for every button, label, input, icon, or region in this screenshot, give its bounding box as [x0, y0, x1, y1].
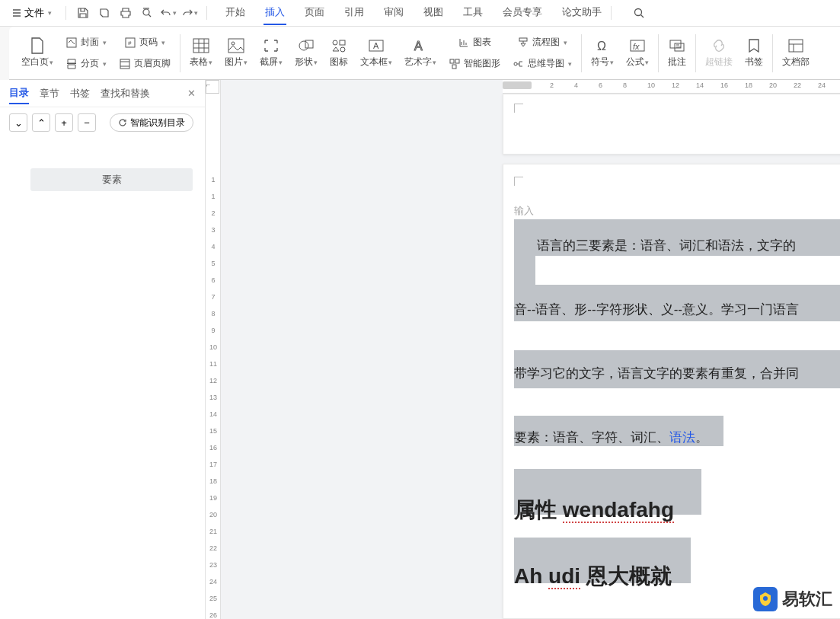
mindmap-button[interactable]: 思维导图▾ [506, 53, 578, 75]
chevron-down-icon: ▾ [194, 9, 198, 17]
heading: Ah udi 恩大概就 [514, 562, 672, 591]
remove-button[interactable]: − [78, 113, 96, 132]
svg-rect-2 [67, 38, 76, 47]
shape-button[interactable]: 形状▾ [289, 36, 324, 70]
collapse-button[interactable]: ⌄ [9, 113, 27, 132]
tab-reference[interactable]: 引用 [343, 1, 366, 25]
toc-item[interactable]: 要素 [30, 168, 193, 191]
undo-button[interactable]: ▾ [159, 4, 177, 22]
nav-tab-toc[interactable]: 目录 [9, 83, 29, 104]
equation-button[interactable]: fx公式▾ [620, 36, 655, 70]
svg-rect-7 [228, 39, 244, 53]
docpart-button[interactable]: 文档部 [776, 36, 816, 70]
picture-button[interactable]: 图片▾ [219, 36, 254, 70]
refresh-icon [118, 118, 127, 127]
ruler-tick: 3 [207, 226, 219, 234]
chart-button[interactable]: 图表 [442, 32, 506, 53]
page-break-button[interactable]: 分页▾ [59, 53, 113, 75]
flowchart-button[interactable]: 流程图▾ [506, 32, 578, 53]
icon-button[interactable]: 图标 [324, 36, 354, 70]
bookmark-button[interactable]: 书签 [739, 36, 769, 70]
input-placeholder: 输入 [514, 204, 534, 218]
toc-list: 要素 [0, 138, 205, 191]
header-footer-icon [119, 58, 131, 70]
tab-insert[interactable]: 插入 [263, 1, 286, 25]
svg-point-13 [340, 47, 345, 52]
preview-button[interactable] [138, 4, 156, 22]
hyperlink-icon [711, 37, 727, 54]
svg-point-1 [635, 9, 642, 16]
nav-tab-sections[interactable]: 章节 [40, 84, 59, 104]
navigation-pane: 目录 章节 书签 查找和替换 ✕ ⌄ ⌃ + − 智能识别目录 要素 [0, 80, 206, 619]
header-footer-button[interactable]: 页眉页脚 [113, 53, 177, 75]
svg-point-8 [232, 42, 235, 45]
watermark-text: 易软汇 [782, 588, 832, 611]
expand-button[interactable]: ⌃ [32, 113, 50, 132]
vertical-ruler: ⌐ 11234567891011121314151617181920212223… [206, 80, 221, 619]
ruler-tick: 17 [207, 461, 219, 468]
print-button[interactable] [117, 4, 135, 22]
svg-point-0 [143, 9, 149, 15]
wordart-button[interactable]: A艺术字▾ [398, 36, 442, 70]
cover-button[interactable]: 封面▾ [59, 32, 113, 53]
tab-tools[interactable]: 工具 [462, 1, 484, 25]
file-menu-button[interactable]: 文件 ▾ [6, 3, 58, 23]
table-icon [193, 37, 209, 54]
heading: 属性 wendafahg [514, 496, 674, 525]
ruler-tick: 10 [207, 343, 219, 351]
svg-rect-19 [452, 65, 456, 69]
nav-tab-bookmarks[interactable]: 书签 [70, 84, 90, 104]
comment-icon [669, 37, 685, 54]
symbol-button[interactable]: Ω符号▾ [585, 36, 620, 70]
chevron-down-icon: ▾ [173, 9, 177, 17]
add-button[interactable]: + [55, 113, 73, 132]
screenshot-button[interactable]: 截屏▾ [254, 36, 289, 70]
mindmap-icon [513, 58, 525, 70]
document-canvas[interactable]: 24681012141618202224 输入 语言的三要素是：语音、词汇和语法… [221, 80, 840, 619]
ruler-tick: 1 [207, 193, 219, 200]
tab-membership[interactable]: 会员专享 [501, 1, 544, 25]
text-line: 语言的三要素是：语音、词汇和语法，文字的 [537, 239, 796, 252]
svg-point-9 [299, 41, 308, 50]
close-icon[interactable]: ✕ [187, 88, 196, 99]
ruler-tick: 6 [207, 276, 219, 284]
print-preview-button[interactable] [95, 4, 113, 22]
table-button[interactable]: 表格▾ [184, 36, 219, 70]
ruler-tick: 26 [207, 611, 219, 619]
svg-point-11 [333, 40, 337, 45]
comment-button[interactable]: 批注 [662, 36, 692, 70]
blank-page-button[interactable]: 空白页▾ [15, 32, 59, 75]
tab-thesis-helper[interactable]: 论文助手 [561, 1, 603, 25]
textbox-button[interactable]: A文本框▾ [354, 36, 398, 70]
tab-start[interactable]: 开始 [224, 1, 247, 25]
ruler-tick: 25 [207, 595, 219, 602]
text-line: 音--语音、形--字符形状、义--意义。学习一门语言 [514, 303, 799, 316]
watermark: 易软汇 [753, 587, 832, 611]
redo-button[interactable]: ▾ [180, 4, 199, 22]
smart-toc-button[interactable]: 智能识别目录 [110, 113, 193, 132]
bookmark-icon [746, 37, 762, 54]
icon-icon [331, 37, 347, 54]
ruler-tick: 11 [207, 360, 219, 368]
nav-tab-find-replace[interactable]: 查找和替换 [101, 84, 150, 104]
tab-review[interactable]: 审阅 [382, 1, 405, 25]
save-button[interactable] [74, 4, 92, 22]
chevron-up-icon: ⌃ [37, 117, 46, 129]
ruler-tick: 23 [207, 561, 219, 569]
shape-icon [298, 37, 315, 54]
hyperlink-button[interactable]: 超链接 [699, 36, 739, 70]
separator [206, 6, 207, 20]
svg-point-28 [763, 596, 768, 601]
page-1[interactable] [503, 94, 840, 155]
blank-page-icon [29, 37, 46, 54]
search-button[interactable] [633, 7, 645, 19]
page-number-button[interactable]: #页码▾ [113, 32, 177, 53]
ruler-tick: 20 [769, 81, 777, 89]
hyperlink-text[interactable]: 语法 [669, 430, 695, 445]
smartart-button[interactable]: 智能图形 [442, 53, 506, 75]
tab-view[interactable]: 视图 [422, 1, 445, 25]
tab-page[interactable]: 页面 [303, 1, 326, 25]
ruler-corner-icon: ⌐ [206, 80, 219, 94]
svg-rect-18 [455, 59, 459, 63]
page-2[interactable]: 输入 语言的三要素是：语音、词汇和语法，文字的 音--语音、形--字符形状、义-… [503, 164, 840, 619]
